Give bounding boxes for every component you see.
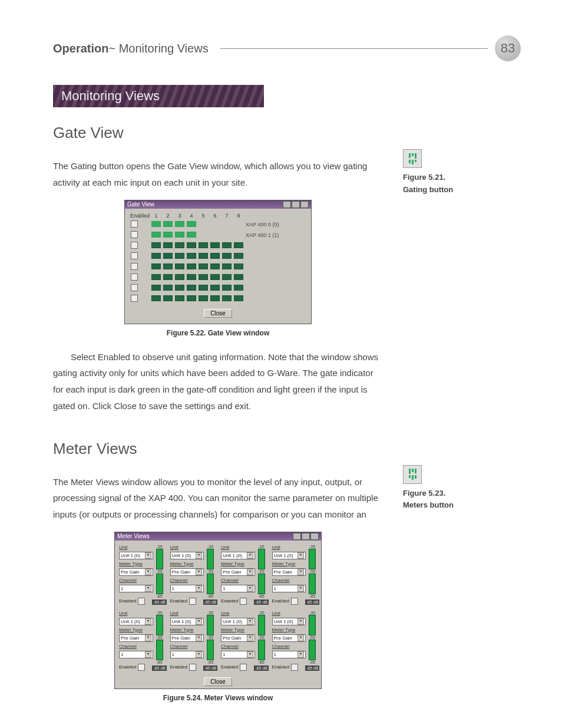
meter-window-title: Meter Views bbox=[117, 533, 150, 539]
meter-channel-label: Channel bbox=[119, 578, 153, 583]
gate-indicator bbox=[163, 253, 173, 259]
maximize-button[interactable] bbox=[292, 201, 300, 208]
meter-channel-label: Channel bbox=[170, 644, 204, 649]
gate-enable-checkbox[interactable] bbox=[131, 242, 138, 249]
gate-indicator bbox=[151, 242, 161, 248]
meter-channel-label: Channel bbox=[272, 578, 306, 583]
meter-unit-select[interactable]: Unit 1 (0)▾ bbox=[221, 618, 255, 625]
meter-enabled-checkbox[interactable] bbox=[291, 598, 298, 605]
gating-button-icon[interactable] bbox=[403, 149, 422, 168]
meter-unit-select[interactable]: Unit 1 (0)▾ bbox=[221, 552, 255, 559]
gate-indicator bbox=[151, 263, 161, 269]
meter-readout: -85 dB bbox=[203, 599, 218, 605]
meter-channel-select[interactable]: 1▾ bbox=[119, 585, 153, 592]
meter-type-select[interactable]: Pre Gain▾ bbox=[170, 568, 204, 576]
meter-type-select[interactable]: Pre Gain▾ bbox=[272, 634, 306, 642]
meter-channel-select[interactable]: 1▾ bbox=[170, 651, 204, 658]
gate-indicator bbox=[199, 295, 208, 301]
gate-enable-checkbox[interactable] bbox=[131, 274, 138, 281]
close-window-button[interactable] bbox=[310, 533, 319, 540]
meter-channel-select[interactable]: 1▾ bbox=[221, 651, 255, 658]
gate-indicator bbox=[210, 253, 220, 259]
meter-type-label: Meter Type bbox=[119, 561, 153, 566]
meter-channel-select[interactable]: 1▾ bbox=[170, 585, 204, 592]
gate-indicator bbox=[199, 253, 208, 259]
meter-enabled-checkbox[interactable] bbox=[138, 664, 145, 671]
meter-enabled-checkbox[interactable] bbox=[240, 598, 247, 605]
gate-enable-checkbox[interactable] bbox=[131, 263, 138, 270]
meter-unit-select[interactable]: Unit 1 (0)▾ bbox=[119, 618, 153, 625]
meter-unit-select[interactable]: Unit 1 (0)▾ bbox=[272, 552, 306, 559]
meter-figure-caption: Figure 5.24. Meter Views window bbox=[53, 694, 383, 702]
meter-type-label: Meter Type bbox=[272, 561, 306, 566]
meter-enabled-checkbox[interactable] bbox=[189, 598, 196, 605]
meter-enabled-checkbox[interactable] bbox=[189, 664, 196, 671]
section-banner: Monitoring Views bbox=[53, 85, 264, 107]
meter-channel-label: Channel bbox=[272, 644, 306, 649]
minimize-button[interactable] bbox=[283, 201, 291, 208]
gate-window-titlebar: Gate View bbox=[125, 200, 311, 209]
gate-indicator bbox=[163, 285, 173, 291]
page-number: 83 bbox=[501, 41, 515, 56]
meter-channel-select[interactable]: 1▾ bbox=[272, 651, 306, 658]
meter-cell: Unit Unit 1 (0)▾ Meter Type Pre Gain▾ Ch… bbox=[219, 543, 268, 607]
gate-indicator bbox=[175, 295, 184, 301]
gate-indicator bbox=[151, 232, 161, 238]
gate-indicator bbox=[151, 295, 161, 301]
meter-channel-select[interactable]: 1▾ bbox=[119, 651, 153, 658]
gate-col-7: 7 bbox=[221, 212, 233, 219]
page-header: Operation~ Monitoring Views 83 bbox=[53, 35, 521, 61]
meter-close-button[interactable]: Close bbox=[204, 677, 232, 686]
meter-views-window: Meter Views Unit Unit 1 (0)▾ Meter Type … bbox=[114, 532, 322, 689]
meter-readout: -85 dB bbox=[203, 666, 218, 671]
gate-indicator bbox=[151, 285, 161, 291]
minimize-button[interactable] bbox=[293, 533, 301, 540]
gate-indicator bbox=[199, 263, 208, 269]
meter-unit-select[interactable]: Unit 1 (0)▾ bbox=[170, 618, 204, 625]
gate-enable-checkbox[interactable] bbox=[131, 252, 138, 259]
gate-indicator bbox=[175, 242, 184, 248]
gate-indicator bbox=[151, 274, 161, 280]
gate-enable-checkbox[interactable] bbox=[131, 295, 138, 302]
gate-indicator bbox=[175, 285, 184, 291]
meter-type-select[interactable]: Pre Gain▾ bbox=[119, 568, 153, 576]
meter-type-select[interactable]: Pre Gain▾ bbox=[221, 634, 255, 642]
meter-channel-select[interactable]: 1▾ bbox=[221, 585, 255, 592]
maximize-button[interactable] bbox=[302, 533, 310, 540]
gate-view-intro: The Gating button opens the Gate View wi… bbox=[53, 158, 383, 191]
meter-unit-select[interactable]: Unit 1 (0)▾ bbox=[170, 552, 204, 559]
meters-button-icon[interactable] bbox=[403, 465, 422, 484]
meter-level-bar: -35 -55 -85 -85 dB bbox=[155, 545, 164, 605]
gate-indicator bbox=[210, 242, 220, 248]
gate-col-2: 2 bbox=[162, 212, 174, 219]
meter-views-intro: The Meter Views window allows you to mon… bbox=[53, 474, 383, 523]
meter-level-bar: -35 -55 -85 -85 dB bbox=[257, 611, 266, 671]
meter-level-bar: -35 -55 -85 -85 dB bbox=[257, 545, 266, 605]
meter-enabled-checkbox[interactable] bbox=[291, 664, 298, 671]
meter-readout: -85 dB bbox=[305, 599, 320, 605]
gate-indicator bbox=[210, 263, 220, 269]
meter-enabled-checkbox[interactable] bbox=[138, 598, 145, 605]
gate-view-heading: Gate View bbox=[53, 124, 521, 142]
gate-indicator bbox=[222, 295, 232, 301]
gate-view-window: Gate View Enabled 1 2 3 4 bbox=[124, 200, 312, 324]
gate-enable-checkbox[interactable] bbox=[131, 231, 138, 238]
meter-unit-select[interactable]: Unit 1 (0)▾ bbox=[119, 552, 153, 559]
meter-unit-select[interactable]: Unit 1 (0)▾ bbox=[272, 618, 306, 625]
close-window-button[interactable] bbox=[300, 201, 309, 208]
meter-enabled-checkbox[interactable] bbox=[240, 664, 247, 671]
meter-type-select[interactable]: Pre Gain▾ bbox=[170, 634, 204, 642]
meter-type-select[interactable]: Pre Gain▾ bbox=[119, 634, 153, 642]
gate-enable-checkbox[interactable] bbox=[131, 220, 138, 228]
gate-col-4: 4 bbox=[186, 212, 197, 219]
gate-enable-checkbox[interactable] bbox=[131, 284, 138, 291]
meter-unit-label: Unit bbox=[119, 545, 153, 550]
meter-enabled-label: Enabled bbox=[170, 598, 187, 604]
gate-figure-caption: Figure 5.22. Gate View window bbox=[53, 329, 383, 337]
meter-type-select[interactable]: Pre Gain▾ bbox=[272, 568, 306, 576]
gate-indicator bbox=[199, 285, 208, 291]
meter-type-select[interactable]: Pre Gain▾ bbox=[221, 568, 255, 576]
meter-channel-select[interactable]: 1▾ bbox=[272, 585, 306, 592]
gate-indicator bbox=[163, 242, 173, 248]
gate-close-button[interactable]: Close bbox=[204, 309, 232, 318]
